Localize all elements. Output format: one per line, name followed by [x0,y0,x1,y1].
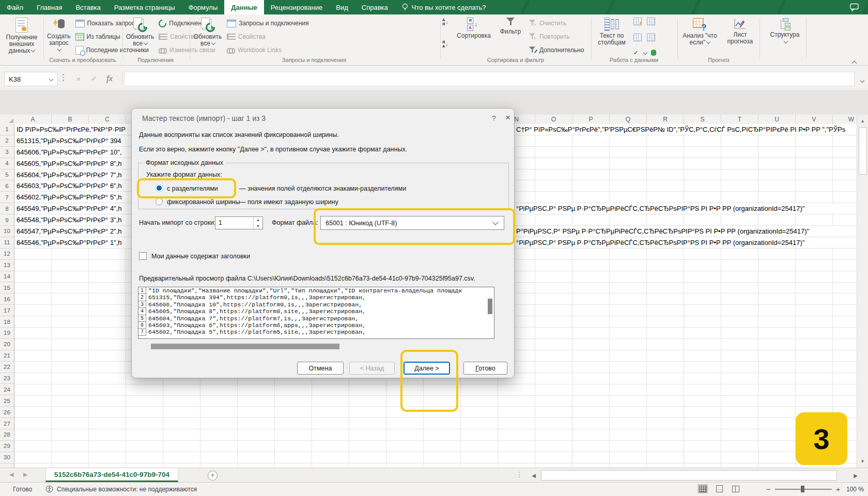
new-sheet-button[interactable]: + [208,471,218,481]
column-header[interactable]: T [721,115,758,124]
cell-text-row8-right[interactable]: °PiPµPSC,P° PSPµ P·P°CЂPµPiPёCЃC,CЂPёCЂP… [515,203,857,214]
hscroll-right-icon[interactable]: ▶ [850,470,861,481]
tab-help[interactable]: Справка [355,0,395,14]
cell-text-row10-right[interactable]: P°PiPµPSC,P° PSPµ P·P°CЂPµPiPёCЃC,CЂPёCЂ… [515,226,857,237]
row-header[interactable]: 16 [0,293,14,305]
get-external-data-button[interactable]: Получение внешних данных [1,17,42,55]
cell-text-row-left[interactable]: 645605,"PµP»PsC‰P°PrPєP° 8",h [15,158,131,169]
sheet-nav-prev-icon[interactable]: ◀ [9,471,13,478]
horizontal-scrollbar[interactable] [541,470,837,481]
preview-hscroll-thumb[interactable] [151,344,339,349]
row-header[interactable]: 14 [0,271,14,283]
vertical-scrollbar[interactable]: ▲ ▼ [857,115,868,468]
cell-text-row-left[interactable]: 645602,"PµP»PsC‰P°PrPєP° 5",h [15,192,131,203]
row-header[interactable]: 25 [0,395,14,407]
tab-formulas[interactable]: Формулы [182,0,225,14]
row-header[interactable]: 11 [0,237,14,249]
headers-checkbox-label[interactable]: Мои данные содержат заголовки [151,253,250,260]
cell-text-row-left[interactable]: 651315,"PµP»PsC‰P°PrPєP° 394 [15,135,131,147]
row-header[interactable]: 4 [0,158,14,169]
row-header[interactable]: 9 [0,214,14,226]
column-header[interactable]: W [833,115,857,124]
name-box[interactable]: K38 [4,72,58,86]
row-header[interactable]: 21 [0,350,14,362]
cancel-entry-icon[interactable]: × [72,72,85,85]
tab-home[interactable]: Главная [30,0,69,14]
row-header[interactable]: 15 [0,282,14,293]
column-header[interactable]: Q [610,115,647,124]
relationships-icon[interactable] [651,50,656,56]
tab-strip-splitter[interactable] [519,472,520,477]
cell-text-row-left[interactable]: 645547,"PµP»PsC‰P°PrPєP° 2",h [15,226,131,237]
cell-text-row11-right[interactable]: °PiPµPSC,P° PSPµ P·P°CЂPµPiPёCЃC,CЂPёCЂP… [515,237,857,249]
row-header[interactable]: 5 [0,169,14,181]
queries-connections-button[interactable]: Запросы и подключения [227,18,309,29]
finish-button[interactable]: Готово [463,362,507,375]
collapse-ribbon-button[interactable] [853,58,856,67]
cell-text-row-left[interactable]: 645604,"PµP»PsC‰P°PrPєP° 7",h [15,169,131,181]
confirm-entry-icon[interactable]: ✓ [88,72,100,85]
insert-function-icon[interactable]: fx [103,72,116,85]
tab-view[interactable]: Вид [329,0,355,14]
row-header[interactable]: 29 [0,441,14,452]
column-header[interactable]: C [89,115,126,124]
cell-text-row-left[interactable]: 645548,"PµP»PsC‰P°PrPєP° 3",h [15,214,131,226]
chevron-down-icon[interactable] [643,51,647,55]
scroll-up-icon[interactable]: ▲ [857,116,868,126]
tab-review[interactable]: Рецензирование [264,0,329,14]
formula-input[interactable] [124,72,855,86]
start-row-spinner[interactable]: 1 ▲▼ [215,216,263,229]
accessibility-status[interactable]: Специальные возможности: не поддерживают… [57,486,197,493]
spinner-arrows[interactable]: ▲▼ [253,217,262,229]
select-all-corner[interactable] [0,115,15,125]
column-header[interactable]: P [572,115,610,124]
row-header[interactable]: 1 [0,124,14,135]
row-header[interactable]: 27 [0,418,14,429]
new-query-button[interactable]: Создать запрос [45,17,72,54]
zoom-in-icon[interactable]: + [836,485,841,493]
page-break-view-button[interactable] [731,484,741,493]
file-preview-box[interactable]: 1 "ID площадки","Название площадки","Url… [138,287,494,339]
cell-text-row1-right[interactable]: C†P° PїP»PsC‰P°PrPєPё","P′PSPµC€PSPёP№ I… [515,124,857,135]
cell-text-row-left[interactable]: 645546,"PµP»PsC‰P°PrPєP° 1",h [15,237,131,249]
row-header[interactable]: 2 [0,135,14,147]
cell-text-row-left[interactable]: 645549,"PµP»PsC‰P°PrPєP° 4",h [15,203,131,214]
scroll-down-icon[interactable]: ▼ [857,456,868,467]
refresh-all-button-2[interactable]: Обновить все [192,17,224,48]
tell-me-box[interactable]: Что вы хотите сделать? [402,3,486,11]
tab-file[interactable]: Файл [0,0,30,14]
column-header[interactable]: O [535,115,572,124]
row-header[interactable]: 10 [0,226,14,237]
data-validation-icon[interactable]: ✓ [633,50,638,56]
advanced-filter-button[interactable]: Дополнительно [528,44,584,56]
row-header[interactable]: 8 [0,203,14,214]
dialog-help-button[interactable]: ? [489,114,499,122]
radio-fixed-width-label[interactable]: фиксированной ширины [167,198,240,206]
row-header[interactable]: 19 [0,328,14,339]
row-header[interactable]: 30 [0,452,14,463]
flash-fill-icon[interactable] [633,18,642,25]
row-header[interactable]: 7 [0,192,14,203]
row-header[interactable]: 12 [0,249,14,260]
column-header[interactable]: U [758,115,796,124]
sheet-tab-active[interactable]: 5152c6b76a73-de54-41c0-97b9-704 [45,468,178,482]
what-if-analysis-button[interactable]: ? Анализ "что если" [680,17,720,47]
normal-view-button[interactable] [698,484,708,493]
row-header[interactable]: 18 [0,316,14,328]
dialog-close-button[interactable]: × [503,113,513,123]
radio-fixed-width[interactable] [156,198,163,205]
zoom-slider-thumb[interactable] [801,486,804,492]
cell-text-row1-left[interactable]: ID PїP»PsC‰P°PrPєPё,"PќP°P·PIP [15,124,131,135]
refresh-all-button[interactable]: Обновить все [125,17,156,48]
row-header[interactable]: 6 [0,180,14,192]
filter-button[interactable]: Фильтр [497,17,524,36]
column-header[interactable]: A [14,115,52,124]
remove-duplicates-icon[interactable] [647,18,655,25]
page-layout-view-button[interactable] [714,484,724,493]
cell-text-row-left[interactable]: 645603,"PµP»PsC‰P°PrPєP° 6",h [15,180,131,192]
preview-vscroll-thumb[interactable] [488,299,492,314]
consolidate-icon[interactable] [633,34,642,41]
zoom-slider[interactable] [775,485,832,493]
vertical-scroll-thumb[interactable] [859,127,867,175]
row-header[interactable]: 13 [0,260,14,271]
